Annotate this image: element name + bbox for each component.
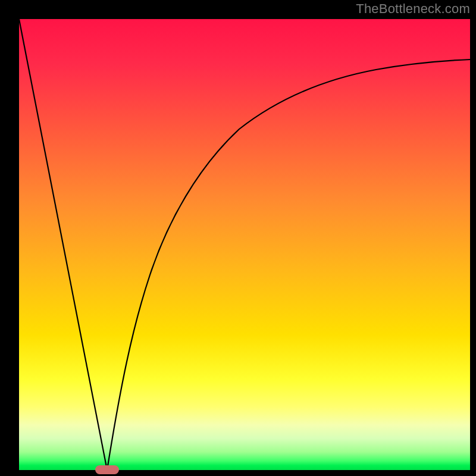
right-curve: [107, 60, 470, 470]
chart-frame: TheBottleneck.com: [0, 0, 476, 476]
plot-area: [19, 19, 470, 470]
watermark-text: TheBottleneck.com: [356, 1, 470, 17]
curve-overlay: [19, 19, 470, 470]
left-line: [19, 19, 107, 470]
bottleneck-marker: [95, 465, 119, 474]
